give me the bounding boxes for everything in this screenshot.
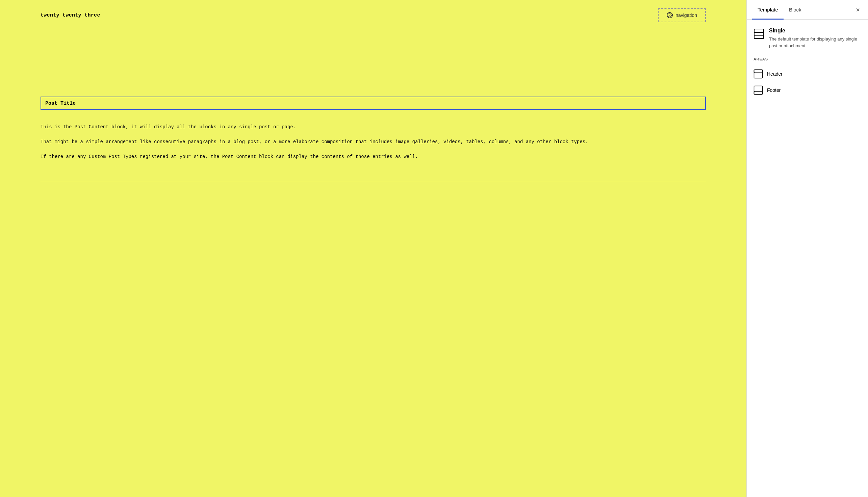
close-button[interactable]: × <box>853 4 863 16</box>
post-content-area: This is the Post Content block, it will … <box>41 123 706 161</box>
svg-rect-5 <box>754 36 764 39</box>
areas-heading: AREAS <box>754 57 861 61</box>
tab-template[interactable]: Template <box>752 0 784 19</box>
sidebar-tabs: Template Block × <box>747 0 868 19</box>
area-item-header[interactable]: Header <box>754 66 861 82</box>
header-area-icon <box>754 69 763 79</box>
svg-rect-3 <box>754 29 764 32</box>
canvas-inner: twenty twenty three navigation Post Titl… <box>0 0 746 497</box>
header-area-label: Header <box>767 71 783 77</box>
canvas-footer <box>41 181 706 195</box>
navigation-icon <box>667 12 673 18</box>
canvas-header: twenty twenty three navigation <box>0 0 746 29</box>
canvas-spacer <box>0 29 746 97</box>
svg-rect-8 <box>754 70 762 73</box>
svg-rect-10 <box>754 86 762 95</box>
sidebar-panel: Template Block × Single The default temp… <box>746 0 868 497</box>
site-title: twenty twenty three <box>41 13 100 18</box>
template-icon <box>754 28 764 39</box>
area-item-footer[interactable]: Footer <box>754 82 861 98</box>
footer-area-icon <box>754 85 763 95</box>
svg-line-1 <box>669 14 671 16</box>
navigation-block[interactable]: navigation <box>658 8 706 22</box>
sidebar-content: Single The default template for displayi… <box>747 19 868 497</box>
canvas-area: twenty twenty three navigation Post Titl… <box>0 0 746 497</box>
template-description: The default template for displaying any … <box>769 36 861 49</box>
tab-block[interactable]: Block <box>784 0 807 19</box>
footer-area-label: Footer <box>767 87 781 93</box>
svg-rect-11 <box>754 91 762 95</box>
post-title-block[interactable]: Post Title <box>41 97 706 110</box>
post-title-text: Post Title <box>45 101 76 106</box>
navigation-label: navigation <box>675 13 697 18</box>
post-content-paragraph-3: If there are any Custom Post Types regis… <box>41 153 706 161</box>
template-info: Single The default template for displayi… <box>769 28 861 49</box>
svg-rect-7 <box>754 70 762 78</box>
post-content-paragraph-1: This is the Post Content block, it will … <box>41 123 706 131</box>
post-content-paragraph-2: That might be a simple arrangement like … <box>41 138 706 146</box>
template-section: Single The default template for displayi… <box>754 28 861 49</box>
svg-rect-2 <box>754 29 764 39</box>
template-name: Single <box>769 28 861 34</box>
